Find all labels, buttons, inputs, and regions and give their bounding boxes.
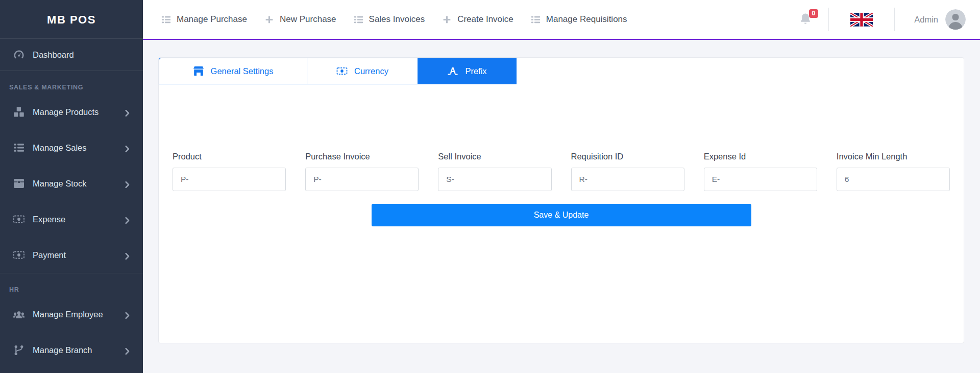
users-icon [13, 309, 24, 320]
uk-flag-icon [850, 13, 873, 27]
user-name: Admin [914, 15, 938, 25]
main-content: General Settings Currency Prefix Product… [143, 41, 980, 373]
tab-currency[interactable]: Currency [307, 58, 418, 84]
list-icon [13, 142, 24, 153]
nav-item-label: Manage Purchase [177, 14, 247, 25]
field-expense-id: Expense Id [704, 152, 817, 191]
chevron-right-icon [125, 311, 130, 318]
field-purchase-invoice: Purchase Invoice [305, 152, 419, 191]
nav-item-manage-purchase[interactable]: Manage Purchase [161, 14, 247, 25]
sidebar-section-hr: HR [0, 273, 143, 296]
cubes-icon [13, 106, 24, 118]
avatar [945, 9, 966, 30]
prefix-fields-row: Product Purchase Invoice Sell Invoice Re… [173, 152, 950, 191]
field-label: Purchase Invoice [305, 152, 419, 161]
sidebar-item-label: Manage Branch [33, 345, 92, 355]
language-selector[interactable] [850, 13, 873, 27]
dashboard-gauge-icon [13, 49, 24, 60]
store-icon [193, 66, 204, 76]
sidebar-item-manage-branch[interactable]: Manage Branch [0, 332, 143, 368]
chevron-right-icon [125, 109, 130, 115]
field-label: Expense Id [704, 152, 817, 161]
tab-label: Currency [354, 66, 388, 76]
nav-item-create-invoice[interactable]: Create Invoice [442, 14, 513, 25]
navbar-right-group: 0 Admin [799, 8, 966, 31]
tab-prefix[interactable]: Prefix [418, 58, 517, 84]
sidebar-item-label: Expense [33, 215, 65, 224]
sidebar: MB POS Dashboard SALES & MARKETING Manag… [0, 0, 143, 373]
money-bill-icon [13, 214, 24, 225]
product-prefix-input[interactable] [173, 168, 286, 191]
chevron-right-icon [125, 347, 130, 354]
field-product: Product [173, 152, 286, 191]
invoice-min-length-input[interactable] [837, 168, 950, 191]
plus-icon [264, 15, 274, 25]
list-icon [161, 15, 171, 25]
nav-item-new-purchase[interactable]: New Purchase [264, 14, 336, 25]
nav-item-sales-invoices[interactable]: Sales Invoices [354, 14, 425, 25]
sidebar-item-manage-stock[interactable]: Manage Stock [0, 166, 143, 201]
sidebar-item-label: Payment [33, 250, 66, 260]
chevron-right-icon [125, 180, 130, 187]
nav-item-label: Manage Requisitions [546, 14, 627, 25]
sidebar-item-manage-employee[interactable]: Manage Employee [0, 296, 143, 332]
chevron-right-icon [125, 145, 130, 151]
sidebar-item-label: Manage Sales [33, 143, 87, 153]
purchase-invoice-prefix-input[interactable] [305, 168, 419, 191]
sidebar-section-sales-marketing: SALES & MARKETING [0, 71, 143, 94]
list-icon [354, 15, 363, 25]
field-label: Sell Invoice [438, 152, 551, 161]
divider [828, 8, 829, 31]
sidebar-item-expense[interactable]: Expense [0, 201, 143, 237]
requisition-id-prefix-input[interactable] [571, 168, 684, 191]
nav-item-label: Sales Invoices [369, 14, 425, 25]
field-label: Requisition ID [571, 152, 684, 161]
field-label: Product [173, 152, 286, 161]
tab-label: General Settings [211, 66, 274, 76]
user-menu[interactable]: Admin [914, 9, 966, 30]
money-bill-icon [336, 66, 348, 76]
sidebar-item-label: Manage Products [33, 107, 99, 117]
sidebar-item-payment[interactable]: Payment [0, 237, 143, 273]
tab-general-settings[interactable]: General Settings [159, 58, 307, 84]
branch-icon [13, 344, 24, 356]
sidebar-item-label: Manage Stock [33, 179, 86, 189]
font-icon [447, 66, 458, 76]
notification-count-badge: 0 [809, 9, 819, 18]
chest-icon [13, 178, 24, 189]
field-invoice-min-length: Invoice Min Length [837, 152, 950, 191]
prefix-form: Product Purchase Invoice Sell Invoice Re… [159, 84, 964, 226]
save-update-button[interactable]: Save & Update [372, 204, 751, 226]
plus-icon [442, 15, 452, 25]
field-requisition-id: Requisition ID [571, 152, 684, 191]
nav-item-label: New Purchase [280, 14, 336, 25]
nav-item-manage-requisitions[interactable]: Manage Requisitions [531, 14, 627, 25]
button-row: Save & Update [173, 204, 950, 226]
tab-label: Prefix [465, 66, 486, 76]
sidebar-item-manage-products[interactable]: Manage Products [0, 94, 143, 130]
notifications-button[interactable]: 0 [799, 11, 814, 28]
field-sell-invoice: Sell Invoice [438, 152, 551, 191]
chevron-right-icon [125, 252, 130, 259]
field-label: Invoice Min Length [837, 152, 950, 161]
sidebar-item-dashboard[interactable]: Dashboard [0, 39, 143, 71]
sell-invoice-prefix-input[interactable] [438, 168, 551, 191]
list-icon [531, 15, 541, 25]
expense-id-prefix-input[interactable] [704, 168, 817, 191]
settings-card: General Settings Currency Prefix Product… [158, 57, 964, 343]
nav-item-label: Create Invoice [457, 14, 513, 25]
divider [894, 8, 895, 31]
chevron-right-icon [125, 216, 130, 223]
sidebar-item-manage-sales[interactable]: Manage Sales [0, 130, 143, 166]
settings-tabs: General Settings Currency Prefix [159, 58, 964, 84]
sidebar-item-label: Dashboard [33, 50, 74, 60]
app-logo[interactable]: MB POS [0, 0, 143, 38]
money-bill-icon [13, 249, 24, 261]
top-navbar: Manage Purchase New Purchase Sales Invoi… [143, 0, 980, 40]
sidebar-item-label: Manage Employee [33, 310, 103, 319]
